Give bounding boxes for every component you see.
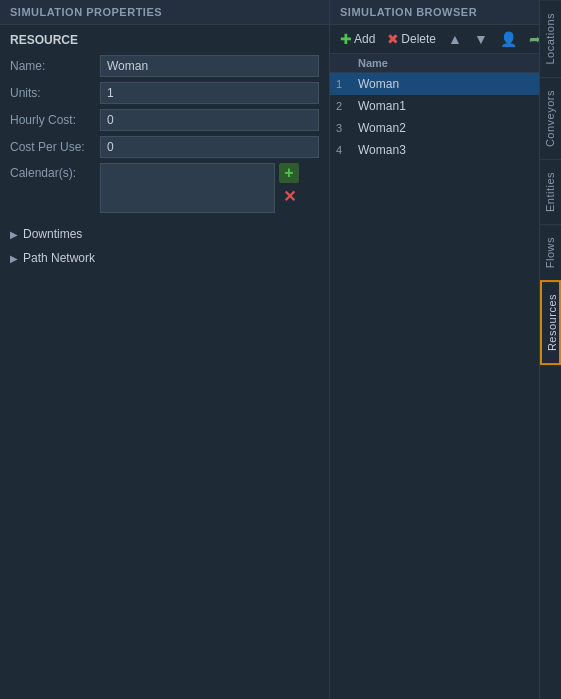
path-network-label: Path Network [23, 251, 95, 265]
path-network-arrow-icon: ▶ [10, 253, 18, 264]
resource-section-label: RESOURCE [0, 25, 329, 51]
row-name: Woman3 [358, 143, 533, 157]
delete-label: Delete [401, 32, 436, 46]
name-label: Name: [10, 59, 100, 73]
export-button[interactable]: ➦ [525, 29, 539, 49]
arrow-down-icon: ▼ [474, 31, 488, 47]
downtimes-label: Downtimes [23, 227, 82, 241]
browser-list: 1 Woman 2 Woman1 3 Woman2 4 Woman3 [330, 73, 539, 699]
name-row: Name: [10, 55, 319, 77]
simulation-browser-title: SIMULATION BROWSER [330, 0, 539, 25]
hourly-cost-label: Hourly Cost: [10, 113, 100, 127]
num-col-header [336, 57, 358, 69]
side-tabs: LocationsConveyorsEntitiesFlowsResources [539, 0, 561, 699]
user-icon: 👤 [500, 31, 517, 47]
row-num: 4 [336, 144, 358, 156]
downtimes-arrow-icon: ▶ [10, 229, 18, 240]
row-num: 1 [336, 78, 358, 90]
row-name: Woman2 [358, 121, 533, 135]
cost-per-use-input[interactable] [100, 136, 319, 158]
simulation-properties-title: SIMULATION PROPERTIES [0, 0, 329, 25]
side-tab-flows[interactable]: Flows [540, 224, 561, 280]
arrow-up-icon: ▲ [448, 31, 462, 47]
table-header: Name [330, 54, 539, 73]
table-row[interactable]: 2 Woman1 [330, 95, 539, 117]
move-down-button[interactable]: ▼ [470, 29, 492, 49]
hourly-cost-row: Hourly Cost: [10, 109, 319, 131]
side-tab-resources[interactable]: Resources [540, 280, 561, 365]
name-input[interactable] [100, 55, 319, 77]
row-name: Woman [358, 77, 533, 91]
cost-per-use-label: Cost Per Use: [10, 140, 100, 154]
units-row: Units: [10, 82, 319, 104]
delete-button[interactable]: ✖ Delete [383, 29, 440, 49]
left-panel: SIMULATION PROPERTIES RESOURCE Name: Uni… [0, 0, 330, 699]
side-tab-conveyors[interactable]: Conveyors [540, 77, 561, 159]
add-calendar-button[interactable]: + [279, 163, 299, 183]
units-label: Units: [10, 86, 100, 100]
cross-icon: ✕ [283, 187, 296, 206]
table-row[interactable]: 4 Woman3 [330, 139, 539, 161]
add-label: Add [354, 32, 375, 46]
calendars-label: Calendar(s): [10, 163, 100, 180]
browser-main: SIMULATION BROWSER ✚ Add ✖ Delete ▲ ▼ 👤 … [330, 0, 539, 699]
calendars-listbox[interactable] [100, 163, 275, 213]
row-num: 3 [336, 122, 358, 134]
plus-icon: + [284, 164, 293, 182]
table-row[interactable]: 3 Woman2 [330, 117, 539, 139]
calendars-buttons: + ✕ [279, 163, 299, 206]
browser-toolbar: ✚ Add ✖ Delete ▲ ▼ 👤 ➦ [330, 25, 539, 54]
plus-icon: ✚ [340, 31, 352, 47]
delete-icon: ✖ [387, 31, 399, 47]
table-row[interactable]: 1 Woman [330, 73, 539, 95]
downtimes-section[interactable]: ▶ Downtimes [0, 222, 329, 246]
row-name: Woman1 [358, 99, 533, 113]
remove-calendar-button[interactable]: ✕ [279, 186, 299, 206]
cost-per-use-row: Cost Per Use: [10, 136, 319, 158]
side-tab-locations[interactable]: Locations [540, 0, 561, 77]
row-num: 2 [336, 100, 358, 112]
path-network-section[interactable]: ▶ Path Network [0, 246, 329, 270]
right-panel: SIMULATION BROWSER ✚ Add ✖ Delete ▲ ▼ 👤 … [330, 0, 561, 699]
export-icon: ➦ [529, 31, 539, 47]
calendars-row: Calendar(s): + ✕ [10, 163, 319, 213]
hourly-cost-input[interactable] [100, 109, 319, 131]
side-tab-entities[interactable]: Entities [540, 159, 561, 224]
move-up-button[interactable]: ▲ [444, 29, 466, 49]
properties-form: Name: Units: Hourly Cost: Cost Per Use: … [0, 51, 329, 222]
add-button[interactable]: ✚ Add [336, 29, 379, 49]
name-col-header: Name [358, 57, 533, 69]
user-button[interactable]: 👤 [496, 29, 521, 49]
units-input[interactable] [100, 82, 319, 104]
